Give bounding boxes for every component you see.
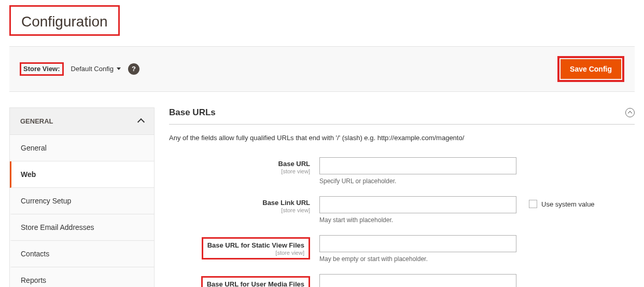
field-label-col: Base URL for Static View Files[store vie… (169, 235, 319, 259)
field-scope: [store view] (278, 168, 310, 174)
field-input-base-link-url[interactable] (319, 196, 516, 213)
content: Base URLs Any of the fields allow fully … (169, 107, 635, 287)
field-label-wrap: Base Link URL[store view] (262, 198, 310, 213)
field-scope: [store view] (262, 207, 310, 213)
sidebar-item-currency-setup[interactable]: Currency Setup (10, 188, 154, 214)
chevron-up-icon (137, 118, 145, 126)
main-layout: GENERAL GeneralWebCurrency SetupStore Em… (9, 107, 635, 287)
store-view-dropdown[interactable]: Default Config (71, 65, 121, 73)
collapse-icon[interactable] (625, 108, 635, 117)
field-row: Base URL for User Media Files[store view… (169, 274, 635, 287)
section-title: Base URLs (169, 107, 216, 118)
field-label-wrap: Base URL[store view] (278, 159, 310, 174)
field-input-col: May be empty or start with placeholder. (319, 274, 516, 287)
field-label: Base URL (278, 160, 310, 168)
field-label: Base URL for User Media Files (207, 280, 304, 287)
section-description: Any of the fields allow fully qualified … (169, 134, 635, 142)
field-input-col: May be empty or start with placeholder. (319, 235, 516, 270)
field-row: Base Link URL[store view]May start with … (169, 196, 635, 231)
field-note: May start with placeholder. (319, 216, 516, 224)
field-label-col: Base Link URL[store view] (169, 196, 319, 214)
field-label-col: Base URL[store view] (169, 157, 319, 175)
chevron-down-icon (117, 67, 121, 70)
field-label: Base Link URL (262, 199, 310, 207)
field-label-wrap: Base URL for User Media Files[store view… (201, 276, 310, 287)
use-system-value-checkbox[interactable] (529, 200, 537, 208)
save-config-button[interactable]: Save Config (561, 59, 621, 79)
sidebar-item-reports[interactable]: Reports (10, 267, 154, 287)
sidebar-item-web[interactable]: Web (10, 161, 154, 188)
field-input-base-url-for-user-media-files[interactable] (319, 274, 516, 287)
sidebar-item-store-email-addresses[interactable]: Store Email Addresses (10, 214, 154, 241)
store-view-value-text: Default Config (71, 65, 114, 73)
sidebar-item-contacts[interactable]: Contacts (10, 241, 154, 267)
field-row: Base URL for Static View Files[store vie… (169, 235, 635, 270)
field-input-base-url[interactable] (319, 157, 516, 174)
sidebar: GENERAL GeneralWebCurrency SetupStore Em… (9, 107, 155, 287)
chevron-up-icon (628, 111, 632, 115)
use-system-value-wrap: Use system value (516, 196, 595, 208)
field-row: Base URL[store view]Specify URL or place… (169, 157, 635, 192)
field-note: May be empty or start with placeholder. (319, 255, 516, 263)
page-title: Configuration (9, 5, 120, 36)
use-system-value-label[interactable]: Use system value (541, 200, 595, 208)
section-header: Base URLs (169, 107, 635, 125)
save-button-highlight: Save Config (557, 56, 624, 82)
sidebar-items: GeneralWebCurrency SetupStore Email Addr… (9, 135, 155, 287)
sidebar-group-label: GENERAL (20, 117, 53, 125)
field-scope: [store view] (207, 250, 304, 256)
field-label: Base URL for Static View Files (207, 241, 304, 249)
fields-container: Base URL[store view]Specify URL or place… (169, 157, 635, 287)
field-input-col: May start with placeholder. (319, 196, 516, 231)
field-label-wrap: Base URL for Static View Files[store vie… (202, 237, 310, 259)
toolbar: Store View: Default Config ? Save Config (9, 46, 635, 92)
field-label-col: Base URL for User Media Files[store view… (169, 274, 319, 287)
field-input-col: Specify URL or placeholder. (319, 157, 516, 192)
store-view-label: Store View: (20, 62, 64, 76)
field-input-base-url-for-static-view-files[interactable] (319, 235, 516, 252)
sidebar-item-general[interactable]: General (10, 135, 154, 161)
help-icon[interactable]: ? (128, 63, 139, 75)
toolbar-left: Store View: Default Config ? (20, 62, 139, 76)
field-note: Specify URL or placeholder. (319, 177, 516, 185)
sidebar-group-general[interactable]: GENERAL (9, 107, 155, 135)
